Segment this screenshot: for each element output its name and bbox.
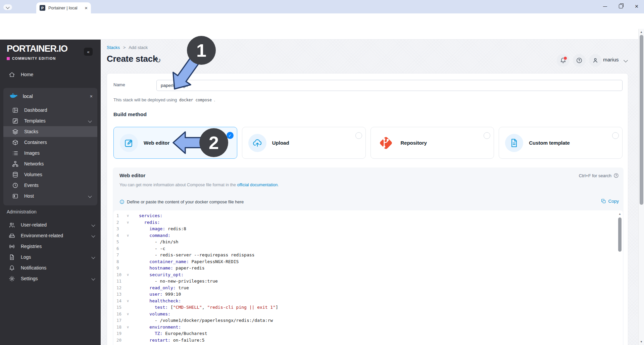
sidebar-item-user-related[interactable]: User-related xyxy=(0,219,101,230)
fold-chevron-icon[interactable]: v xyxy=(126,234,130,237)
radio-unselected-icon[interactable] xyxy=(355,132,362,139)
sidebar-item-templates[interactable]: Templates xyxy=(3,115,97,126)
page-scroll-thumb[interactable] xyxy=(640,35,643,205)
official-documentation-link[interactable]: official documentation xyxy=(237,183,278,187)
code-line: 6 - -c xyxy=(113,245,623,252)
events-icon xyxy=(12,182,18,189)
code-line-text: - redis-server --requirepass redispass xyxy=(139,252,254,257)
sidebar-item-settings[interactable]: Settings xyxy=(0,273,101,284)
code-line: 12 read_only: true xyxy=(113,285,623,291)
code-line: 11 - no-new-privileges:true xyxy=(113,278,623,285)
window-close-button[interactable]: × xyxy=(629,0,644,13)
git-icon xyxy=(377,134,395,152)
sidebar-item-host[interactable]: Host xyxy=(3,191,97,201)
containers-icon xyxy=(12,139,18,146)
fold-chevron-icon[interactable]: v xyxy=(126,312,130,316)
app-top-strip xyxy=(0,29,644,40)
fold-chevron-icon[interactable]: v xyxy=(126,214,130,217)
sidebar-item-label: Volumes xyxy=(24,172,93,177)
sidebar-item-environment-related[interactable]: Environment-related xyxy=(0,230,101,241)
sidebar-item-label: Notifications xyxy=(21,265,96,270)
sidebar-item-networks[interactable]: Networks xyxy=(3,158,97,169)
scroll-up-icon[interactable]: ▲ xyxy=(640,31,643,34)
notifications-button[interactable] xyxy=(557,54,569,67)
build-method-web-editor[interactable]: Web editor✓ xyxy=(113,127,237,159)
tab-close-icon[interactable]: × xyxy=(85,5,88,11)
sidebar-item-registries[interactable]: Registries xyxy=(0,241,101,252)
fold-chevron-icon[interactable]: v xyxy=(126,299,130,303)
fold-chevron-icon[interactable]: v xyxy=(126,325,130,329)
build-method-repository[interactable]: Repository xyxy=(370,127,494,159)
question-icon[interactable] xyxy=(613,173,619,178)
chevron-down-icon xyxy=(6,5,9,9)
line-number: 12 xyxy=(116,285,127,290)
environment-section: local × DashboardTemplatesStacksContaine… xyxy=(3,88,97,205)
tab-search-button[interactable] xyxy=(3,4,12,10)
code-line: 14v healthcheck: xyxy=(113,298,623,304)
copy-button[interactable]: Copy xyxy=(601,199,619,204)
build-method-heading: Build method xyxy=(113,111,147,117)
fold-chevron-icon[interactable]: v xyxy=(126,220,130,224)
user-name[interactable]: marius xyxy=(603,57,619,63)
refresh-icon[interactable]: ↻ xyxy=(155,56,161,64)
sidebar-item-containers[interactable]: Containers xyxy=(3,137,97,148)
code-line-text: command: xyxy=(139,233,170,238)
dashboard-icon xyxy=(12,107,18,113)
sidebar-collapse-button[interactable]: « xyxy=(84,48,93,56)
line-number: 16 xyxy=(116,311,127,316)
sidebar-item-logs[interactable]: Logs xyxy=(0,252,101,262)
chevron-down-icon[interactable] xyxy=(624,58,628,62)
browser-tab[interactable]: P Portainer | local × xyxy=(36,2,91,13)
sidebar-item-images[interactable]: Images xyxy=(3,148,97,158)
compose-code-editor[interactable]: 1vservices:2v redis:3 image: redis:84v c… xyxy=(113,210,623,345)
sidebar-item-events[interactable]: Events xyxy=(3,180,97,191)
sidebar-item-notifications[interactable]: Notifications xyxy=(0,262,101,273)
page-title: Create stack xyxy=(107,54,157,64)
stack-name-input[interactable] xyxy=(156,80,623,91)
line-number: 11 xyxy=(116,279,127,284)
page-scrollbar[interactable]: ▲ ▼ xyxy=(638,29,644,345)
code-line-text: - /volume1/docker/paperlessngx/redis:/da… xyxy=(139,318,273,323)
environment-local[interactable]: local × xyxy=(3,91,97,102)
sidebar-item-home[interactable]: Home xyxy=(0,69,101,80)
sidebar-item-label: Home xyxy=(21,72,96,77)
person-icon xyxy=(592,57,599,64)
chevron-down-icon xyxy=(91,277,95,280)
radio-unselected-icon[interactable] xyxy=(484,132,490,139)
screen: P Portainer | local × — × ← → ↻ ⚠ Not se… xyxy=(0,0,644,345)
home-icon xyxy=(9,71,15,78)
code-line: 4v command: xyxy=(113,232,623,239)
breadcrumb-stacks-link[interactable]: Stacks xyxy=(107,45,120,50)
window-minimize-button[interactable]: — xyxy=(597,0,613,13)
code-line-text: - no-new-privileges:true xyxy=(139,279,218,284)
window-restore-button[interactable] xyxy=(613,0,629,13)
editor-scroll-thumb[interactable] xyxy=(618,217,622,252)
code-line-text: read_only: true xyxy=(139,285,189,290)
line-number: 8 xyxy=(116,259,127,264)
sidebar-item-stacks[interactable]: Stacks xyxy=(3,126,97,137)
code-line-text: volumes: xyxy=(139,311,170,316)
user-menu-avatar[interactable] xyxy=(589,54,602,67)
build-method-upload[interactable]: Upload xyxy=(242,127,366,159)
radio-unselected-icon[interactable] xyxy=(612,132,619,139)
scroll-down-icon[interactable]: ▼ xyxy=(640,340,643,343)
code-line-text: - -c xyxy=(139,246,165,251)
fold-chevron-icon[interactable]: v xyxy=(126,273,130,277)
code-line-text: test: ["CMD-SHELL", "redis-cli ping || e… xyxy=(139,305,278,310)
sidebar-item-volumes[interactable]: Volumes xyxy=(3,169,97,180)
breadcrumb: Stacks > Add stack xyxy=(107,45,148,50)
upload-icon xyxy=(248,134,266,152)
compose-doc-note: You can get more information about Compo… xyxy=(119,183,279,187)
build-method-custom-template[interactable]: Custom template xyxy=(499,127,623,159)
code-line-text: healthcheck: xyxy=(139,298,181,303)
sidebar-item-dashboard[interactable]: Dashboard xyxy=(3,105,97,115)
restore-icon xyxy=(619,4,623,8)
environment-close-icon[interactable]: × xyxy=(90,94,93,99)
help-button[interactable] xyxy=(573,54,586,67)
editor-scrollbar[interactable]: ▲ xyxy=(618,212,622,345)
registries-icon xyxy=(9,243,15,250)
edition-badge: COMMUNITY EDITION xyxy=(7,56,56,60)
code-line: 3 image: redis:8 xyxy=(113,226,623,232)
scroll-up-icon[interactable]: ▲ xyxy=(618,212,621,215)
code-line-text: TZ: Europe/Bucharest xyxy=(139,331,207,336)
